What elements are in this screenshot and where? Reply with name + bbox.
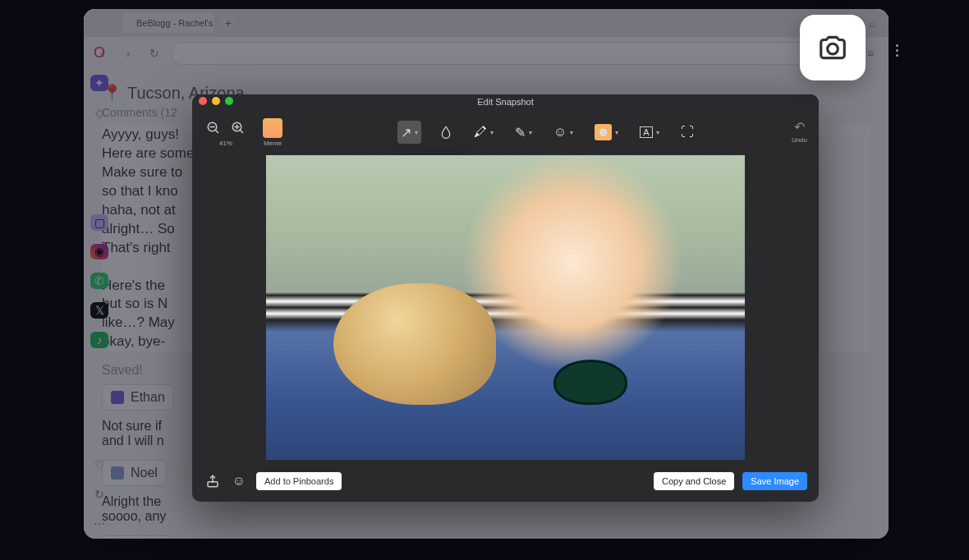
snapshot-editor: Edit Snapshot 41% Meme ↗▾ bbox=[192, 94, 819, 502]
highlighter-tool[interactable]: 🖍▾ bbox=[471, 121, 497, 144]
meme-icon bbox=[263, 118, 282, 138]
save-image-button[interactable]: Save Image bbox=[742, 472, 807, 490]
undo-label: Undo bbox=[792, 136, 807, 144]
zoom-out-button[interactable] bbox=[204, 118, 223, 138]
highlighter-icon: 🖍 bbox=[474, 125, 487, 140]
camera-icon bbox=[817, 32, 848, 63]
resize-handle-icon bbox=[896, 44, 898, 57]
svg-line-2 bbox=[215, 130, 218, 133]
add-to-pinboards-button[interactable]: Add to Pinboards bbox=[256, 472, 342, 490]
svg-line-6 bbox=[240, 130, 243, 133]
window-controls[interactable] bbox=[199, 97, 233, 105]
chevron-down-icon: ▾ bbox=[529, 129, 532, 136]
chevron-down-icon: ▾ bbox=[415, 129, 418, 136]
zoom-controls: 41% bbox=[204, 118, 248, 147]
arrow-icon: ↗ bbox=[401, 125, 411, 140]
crop-tool[interactable]: ⛶ bbox=[677, 121, 697, 144]
editor-titlebar: Edit Snapshot bbox=[192, 94, 819, 109]
chevron-down-icon: ▾ bbox=[615, 129, 618, 136]
pen-icon: ✎ bbox=[515, 125, 526, 140]
maximize-icon[interactable] bbox=[225, 97, 233, 105]
editor-title: Edit Snapshot bbox=[477, 97, 534, 107]
chevron-down-icon: ▾ bbox=[490, 129, 494, 136]
snapshot-image-prop bbox=[553, 360, 627, 405]
emoji-icon: ☺ bbox=[553, 125, 567, 140]
emoji-picker-icon[interactable]: ☺ bbox=[230, 472, 248, 490]
zoom-in-button[interactable] bbox=[228, 118, 248, 138]
undo-icon: ↶ bbox=[794, 119, 805, 135]
minimize-icon[interactable] bbox=[212, 97, 220, 105]
editor-toolbar: 41% Meme ↗▾ 🖍▾ ✎▾ ☺▾ ☻▾ bbox=[192, 109, 819, 155]
meme-label: Meme bbox=[264, 140, 282, 147]
svg-point-8 bbox=[828, 44, 838, 54]
text-icon: A bbox=[640, 126, 652, 138]
pen-tool[interactable]: ✎▾ bbox=[512, 121, 535, 144]
text-tool[interactable]: A▾ bbox=[636, 121, 662, 144]
drop-icon bbox=[439, 125, 452, 140]
undo-button[interactable]: ↶ Undo bbox=[792, 119, 807, 144]
meme-button[interactable]: Meme bbox=[263, 118, 282, 147]
snapshot-feature-badge bbox=[800, 15, 866, 80]
chevron-down-icon: ▾ bbox=[570, 129, 573, 136]
chevron-down-icon: ▾ bbox=[656, 129, 659, 136]
sticker-icon: ☻ bbox=[595, 124, 612, 140]
arrow-tool[interactable]: ↗▾ bbox=[397, 121, 421, 144]
crop-icon: ⛶ bbox=[681, 125, 694, 140]
zoom-level: 41% bbox=[219, 140, 232, 147]
emoji-tool[interactable]: ☺▾ bbox=[550, 121, 576, 144]
snapshot-image-subject bbox=[333, 283, 496, 405]
editor-footer: ☺ Add to Pinboards Copy and Close Save I… bbox=[192, 461, 819, 502]
annotation-tools: ↗▾ 🖍▾ ✎▾ ☺▾ ☻▾ A▾ ⛶ bbox=[397, 121, 697, 144]
blur-tool[interactable] bbox=[436, 121, 456, 144]
sticker-tool[interactable]: ☻▾ bbox=[591, 121, 622, 144]
copy-and-close-button[interactable]: Copy and Close bbox=[654, 472, 734, 490]
close-icon[interactable] bbox=[199, 97, 207, 105]
share-icon[interactable] bbox=[204, 472, 222, 490]
snapshot-canvas[interactable] bbox=[266, 155, 745, 460]
snapshot-image bbox=[266, 155, 745, 460]
